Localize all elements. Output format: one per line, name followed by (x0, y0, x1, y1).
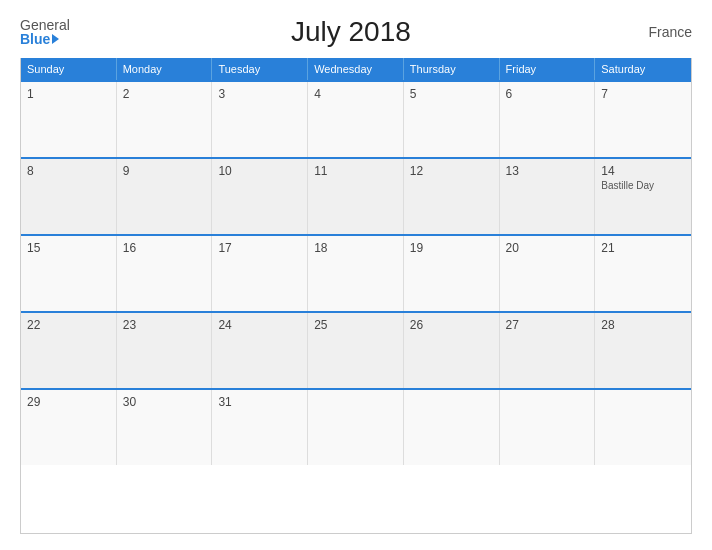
day-of-week-header: Wednesday (308, 58, 404, 80)
day-number: 28 (601, 318, 685, 332)
day-number: 24 (218, 318, 301, 332)
calendar-cell: 1 (21, 82, 117, 157)
day-of-week-header: Friday (500, 58, 596, 80)
calendar-cell: 5 (404, 82, 500, 157)
day-number: 2 (123, 87, 206, 101)
calendar-cell: 3 (212, 82, 308, 157)
logo-blue-text: Blue (20, 32, 70, 46)
calendar-cell: 24 (212, 313, 308, 388)
day-number: 11 (314, 164, 397, 178)
day-of-week-header: Saturday (595, 58, 691, 80)
calendar-cell: 13 (500, 159, 596, 234)
logo: General Blue (20, 18, 70, 46)
calendar-cell: 31 (212, 390, 308, 465)
day-number: 8 (27, 164, 110, 178)
day-number: 5 (410, 87, 493, 101)
calendar: SundayMondayTuesdayWednesdayThursdayFrid… (20, 58, 692, 534)
day-number: 4 (314, 87, 397, 101)
calendar-cell: 29 (21, 390, 117, 465)
calendar-week-row: 22232425262728 (21, 311, 691, 388)
calendar-cell: 15 (21, 236, 117, 311)
calendar-cell: 25 (308, 313, 404, 388)
day-number: 25 (314, 318, 397, 332)
day-number: 30 (123, 395, 206, 409)
country-label: France (632, 24, 692, 40)
calendar-cell: 7 (595, 82, 691, 157)
day-number: 16 (123, 241, 206, 255)
day-number: 22 (27, 318, 110, 332)
day-number: 31 (218, 395, 301, 409)
calendar-cell: 2 (117, 82, 213, 157)
day-number: 10 (218, 164, 301, 178)
day-number: 21 (601, 241, 685, 255)
day-number: 29 (27, 395, 110, 409)
calendar-cell: 30 (117, 390, 213, 465)
calendar-week-row: 1234567 (21, 80, 691, 157)
calendar-week-row: 293031 (21, 388, 691, 465)
calendar-cell (308, 390, 404, 465)
day-number: 13 (506, 164, 589, 178)
day-of-week-header: Thursday (404, 58, 500, 80)
calendar-cell: 18 (308, 236, 404, 311)
header: General Blue July 2018 France (20, 16, 692, 48)
day-number: 14 (601, 164, 685, 178)
day-number: 7 (601, 87, 685, 101)
calendar-cell: 27 (500, 313, 596, 388)
calendar-cell: 20 (500, 236, 596, 311)
day-number: 27 (506, 318, 589, 332)
day-number: 17 (218, 241, 301, 255)
day-number: 18 (314, 241, 397, 255)
calendar-cell: 8 (21, 159, 117, 234)
calendar-cell: 26 (404, 313, 500, 388)
calendar-cell: 4 (308, 82, 404, 157)
calendar-header-row: SundayMondayTuesdayWednesdayThursdayFrid… (21, 58, 691, 80)
calendar-cell: 14Bastille Day (595, 159, 691, 234)
day-number: 26 (410, 318, 493, 332)
day-of-week-header: Sunday (21, 58, 117, 80)
day-number: 1 (27, 87, 110, 101)
day-of-week-header: Tuesday (212, 58, 308, 80)
day-number: 15 (27, 241, 110, 255)
calendar-cell: 6 (500, 82, 596, 157)
calendar-cell: 9 (117, 159, 213, 234)
day-number: 6 (506, 87, 589, 101)
calendar-cell (595, 390, 691, 465)
calendar-cell: 19 (404, 236, 500, 311)
logo-general-text: General (20, 18, 70, 32)
calendar-cell: 23 (117, 313, 213, 388)
calendar-cell: 16 (117, 236, 213, 311)
calendar-cell: 12 (404, 159, 500, 234)
calendar-cell: 21 (595, 236, 691, 311)
calendar-cell (500, 390, 596, 465)
day-number: 12 (410, 164, 493, 178)
calendar-cell: 28 (595, 313, 691, 388)
calendar-cell: 11 (308, 159, 404, 234)
day-number: 9 (123, 164, 206, 178)
calendar-week-row: 891011121314Bastille Day (21, 157, 691, 234)
day-of-week-header: Monday (117, 58, 213, 80)
calendar-cell: 10 (212, 159, 308, 234)
calendar-title: July 2018 (70, 16, 632, 48)
calendar-cell (404, 390, 500, 465)
calendar-cell: 22 (21, 313, 117, 388)
calendar-week-row: 15161718192021 (21, 234, 691, 311)
page: General Blue July 2018 France SundayMond… (0, 0, 712, 550)
day-number: 3 (218, 87, 301, 101)
day-number: 23 (123, 318, 206, 332)
calendar-cell: 17 (212, 236, 308, 311)
holiday-label: Bastille Day (601, 180, 685, 191)
day-number: 19 (410, 241, 493, 255)
logo-triangle-icon (52, 34, 59, 44)
day-number: 20 (506, 241, 589, 255)
